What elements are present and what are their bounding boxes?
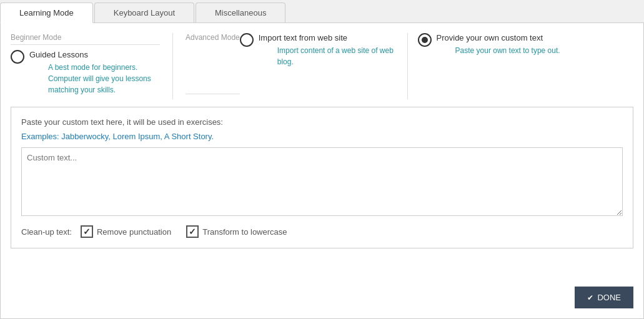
- advanced-section: Advanced Mode Import text from web site …: [186, 33, 633, 99]
- import-text-option[interactable]: Import text from web site Import content…: [240, 33, 397, 67]
- done-button[interactable]: ✔ DONE: [575, 287, 633, 308]
- own-text-label: Provide your own custom text: [437, 33, 560, 42]
- tab-keyboard-layout[interactable]: Keyboard Layout: [94, 2, 194, 22]
- transform-lowercase-label: Transform to lowercase: [202, 227, 287, 237]
- app-container: Learning Mode Keyboard Layout Miscellane…: [0, 0, 644, 319]
- modes-row: Beginner Mode Guided Lessons A best mode…: [11, 33, 633, 99]
- example-jabberwocky[interactable]: Jabberwocky,: [61, 132, 111, 141]
- import-text-label: Import text from web site: [259, 33, 397, 42]
- import-text-subsection: Import text from web site Import content…: [240, 33, 408, 99]
- done-checkmark-icon: ✔: [587, 293, 593, 302]
- guided-lessons-option[interactable]: Guided Lessons A best mode for beginners…: [11, 50, 160, 96]
- transform-lowercase-checkbox[interactable]: ✓: [186, 225, 199, 238]
- cleanup-label: Clean-up text:: [21, 227, 72, 237]
- cleanup-row: Clean-up text: ✓ Remove punctuation ✓ Tr…: [21, 225, 623, 238]
- examples-prefix: Examples:: [21, 132, 59, 141]
- guided-lessons-radio[interactable]: [11, 50, 24, 64]
- beginner-section: Beginner Mode Guided Lessons A best mode…: [11, 33, 173, 99]
- own-text-radio[interactable]: [418, 33, 432, 47]
- guided-lessons-label: Guided Lessons: [29, 50, 160, 59]
- beginner-label: Beginner Mode: [11, 33, 160, 45]
- import-text-desc: Import content of a web site of web blog…: [277, 45, 397, 67]
- example-short-story[interactable]: A Short Story.: [164, 132, 214, 141]
- import-text-radio[interactable]: [240, 33, 254, 47]
- transform-lowercase-item[interactable]: ✓ Transform to lowercase: [186, 225, 287, 238]
- own-text-subsection: Provide your own custom text Paste your …: [418, 33, 585, 99]
- example-lorem-ipsum[interactable]: Lorem Ipsum,: [112, 132, 162, 141]
- tab-learning-mode[interactable]: Learning Mode: [0, 2, 93, 23]
- tab-bar: Learning Mode Keyboard Layout Miscellane…: [0, 0, 644, 23]
- own-text-option[interactable]: Provide your own custom text Paste your …: [418, 33, 575, 56]
- done-label: DONE: [597, 293, 621, 302]
- remove-punctuation-label: Remove punctuation: [97, 227, 171, 237]
- custom-text-instructions: Paste your custom text here, it will be …: [21, 117, 623, 127]
- guided-lessons-desc: A best mode for beginners. Computer will…: [48, 62, 160, 96]
- custom-text-input[interactable]: [21, 147, 623, 216]
- custom-text-section: Paste your custom text here, it will be …: [11, 107, 633, 248]
- advanced-label: Advanced Mode: [186, 33, 240, 94]
- own-text-desc: Paste your own text to type out.: [455, 45, 560, 56]
- tab-content: Beginner Mode Guided Lessons A best mode…: [0, 23, 644, 319]
- remove-punctuation-checkbox[interactable]: ✓: [81, 225, 93, 238]
- tab-miscellaneous[interactable]: Miscellaneous: [196, 2, 285, 22]
- custom-text-examples: Examples: Jabberwocky, Lorem Ipsum, A Sh…: [21, 132, 623, 141]
- remove-punctuation-item[interactable]: ✓ Remove punctuation: [81, 225, 171, 238]
